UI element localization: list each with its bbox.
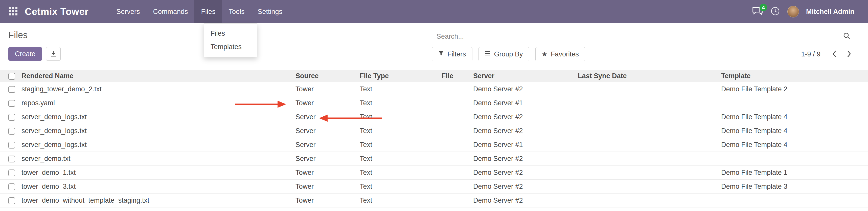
activities-button[interactable] — [770, 6, 780, 17]
column-header-source[interactable]: Source — [292, 70, 356, 82]
pager-previous-button[interactable] — [828, 49, 841, 60]
search-icon[interactable] — [843, 32, 850, 41]
cell-file-type: Text — [356, 138, 438, 152]
cell-server: Demo Server #2 — [469, 193, 574, 207]
create-button[interactable]: Create — [8, 47, 42, 61]
select-all-checkbox[interactable] — [8, 73, 15, 80]
nav-item-tools[interactable]: Tools — [222, 0, 251, 23]
nav-item-settings[interactable]: Settings — [251, 0, 289, 23]
pager-range[interactable]: 1-9 / 9 — [801, 50, 820, 58]
group-by-button[interactable]: Group By — [478, 47, 529, 61]
table-row[interactable]: server_demo.txt Server Text Demo Server … — [0, 152, 868, 166]
cell-rendered-name: staging_tower_demo_2.txt — [18, 82, 292, 96]
favorites-button[interactable]: ★ Favorites — [535, 47, 585, 61]
table-row[interactable]: server_demo_logs.txt Server Text Demo Se… — [0, 124, 868, 138]
row-checkbox[interactable] — [8, 128, 15, 134]
messages-count-badge: 4 — [760, 4, 767, 11]
cell-last-sync-date — [574, 193, 717, 207]
row-select-cell — [0, 152, 18, 166]
star-icon: ★ — [542, 50, 548, 58]
control-panel-left: Files Create — [8, 30, 61, 70]
row-select-cell — [0, 110, 18, 124]
table-row[interactable]: server_demo_logs.txt Server Text Demo Se… — [0, 110, 868, 124]
row-checkbox[interactable] — [8, 86, 15, 93]
action-buttons: Create — [8, 47, 61, 61]
filter-row: Filters Group By ★ Favorites 1-9 / 9 — [432, 47, 855, 61]
cell-rendered-name: tower_demo_without_template_staging.txt — [18, 193, 292, 207]
column-header-template[interactable]: Template — [717, 70, 868, 82]
cell-file — [438, 166, 469, 180]
column-header-last-sync-date[interactable]: Last Sync Date — [574, 70, 717, 82]
export-button[interactable] — [46, 47, 61, 61]
files-table: Rendered Name Source File Type File Serv… — [0, 70, 868, 207]
row-checkbox[interactable] — [8, 183, 15, 190]
cell-file — [438, 110, 469, 124]
cell-source: Tower — [292, 180, 356, 193]
pager-next-button[interactable] — [843, 49, 855, 60]
table-row[interactable]: staging_tower_demo_2.txt Tower Text Demo… — [0, 82, 868, 96]
cell-file-type: Text — [356, 152, 438, 166]
control-panel: Files Create — [0, 23, 868, 70]
cell-last-sync-date — [574, 124, 717, 138]
cell-file-type: Text — [356, 124, 438, 138]
row-checkbox[interactable] — [8, 114, 15, 121]
column-header-rendered-name[interactable]: Rendered Name — [18, 70, 292, 82]
row-checkbox[interactable] — [8, 197, 15, 204]
cell-template: Demo File Template 3 — [717, 180, 868, 193]
cell-last-sync-date — [574, 96, 717, 110]
row-checkbox[interactable] — [8, 142, 15, 149]
cell-rendered-name: server_demo.txt — [18, 152, 292, 166]
control-panel-right: Filters Group By ★ Favorites 1-9 / 9 — [432, 30, 855, 70]
cell-server: Demo Server #2 — [469, 82, 574, 96]
cell-server: Demo Server #2 — [469, 166, 574, 180]
cell-rendered-name: tower_demo_1.txt — [18, 166, 292, 180]
row-select-cell — [0, 180, 18, 193]
table-row[interactable]: server_demo_logs.txt Server Text Demo Se… — [0, 138, 868, 152]
row-select-cell — [0, 96, 18, 110]
main-menu: Servers Commands Files Tools Settings — [110, 0, 289, 23]
search-bar — [432, 30, 855, 43]
apps-menu-button[interactable] — [6, 0, 21, 23]
row-checkbox[interactable] — [8, 156, 15, 162]
app-brand[interactable]: Cetmix Tower — [25, 0, 89, 23]
user-avatar[interactable] — [787, 6, 799, 18]
search-input[interactable] — [437, 33, 843, 40]
column-header-file-type[interactable]: File Type — [356, 70, 438, 82]
group-by-label: Group By — [494, 50, 523, 58]
cell-template — [717, 193, 868, 207]
column-header-file[interactable]: File — [438, 70, 469, 82]
apps-grid-icon — [9, 7, 18, 17]
table-row[interactable]: tower_demo_3.txt Tower Text Demo Server … — [0, 180, 868, 193]
messages-button[interactable]: 4 — [752, 6, 763, 17]
dropdown-item-files[interactable]: Files — [204, 27, 257, 40]
row-select-cell — [0, 138, 18, 152]
table-row[interactable]: tower_demo_without_template_staging.txt … — [0, 193, 868, 207]
cell-server: Demo Server #2 — [469, 124, 574, 138]
cell-source: Tower — [292, 166, 356, 180]
cell-template: Demo File Template 4 — [717, 124, 868, 138]
column-header-server[interactable]: Server — [469, 70, 574, 82]
cell-source: Tower — [292, 96, 356, 110]
filters-label: Filters — [447, 50, 466, 58]
cell-file-type: Text — [356, 82, 438, 96]
row-checkbox[interactable] — [8, 100, 15, 107]
cell-file-type: Text — [356, 166, 438, 180]
cell-rendered-name: repos.yaml — [18, 96, 292, 110]
nav-item-files[interactable]: Files — [194, 0, 222, 23]
table-row[interactable]: tower_demo_1.txt Tower Text Demo Server … — [0, 166, 868, 180]
filter-buttons: Filters Group By ★ Favorites — [432, 47, 585, 61]
cell-last-sync-date — [574, 138, 717, 152]
row-checkbox[interactable] — [8, 170, 15, 176]
cell-file — [438, 193, 469, 207]
table-row[interactable]: repos.yaml Tower Text Demo Server #1 — [0, 96, 868, 110]
cell-last-sync-date — [574, 82, 717, 96]
user-menu[interactable]: Mitchell Admin — [806, 8, 854, 16]
group-by-icon — [485, 50, 491, 58]
filters-button[interactable]: Filters — [432, 47, 472, 61]
dropdown-item-templates[interactable]: Templates — [204, 40, 257, 54]
cell-server: Demo Server #1 — [469, 138, 574, 152]
nav-item-commands[interactable]: Commands — [146, 0, 194, 23]
cell-source: Server — [292, 152, 356, 166]
cell-last-sync-date — [574, 110, 717, 124]
nav-item-servers[interactable]: Servers — [110, 0, 146, 23]
